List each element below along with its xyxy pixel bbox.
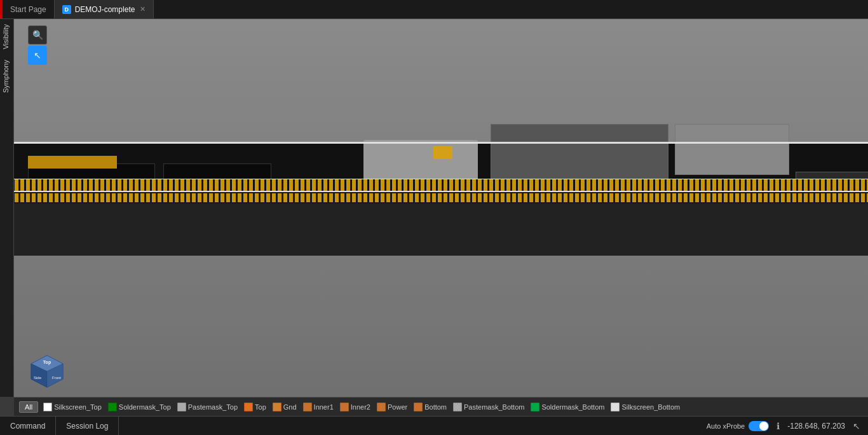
search-tool-button[interactable]: 🔍	[28, 25, 47, 45]
layer-label-pastemask_bottom: Pastemask_Bottom	[464, 403, 524, 411]
layer-chip-silkscreen_top[interactable]: Silkscreen_Top	[41, 401, 104, 413]
layer-chip-pastemask_bottom[interactable]: Pastemask_Bottom	[451, 401, 527, 413]
layer-swatch-inner2	[340, 403, 349, 411]
gold-pads-top: // Generate repeating gold pads via scri…	[14, 179, 868, 191]
command-label: Command	[10, 422, 45, 431]
layer-swatch-inner1	[303, 403, 312, 411]
svg-text:Top: Top	[43, 360, 51, 365]
session-log-label: Session Log	[66, 422, 108, 431]
pcb-scene: // Generate repeating gold pads via scri…	[14, 19, 868, 397]
layer-swatch-top	[244, 403, 253, 411]
layer-label-inner1: Inner1	[314, 403, 334, 411]
layer-swatch-power	[377, 403, 386, 411]
layer-swatch-bottom	[414, 403, 423, 411]
layer-bar: All Silkscreen_TopSoldermask_TopPastemas…	[14, 397, 868, 416]
demo-tab-icon: D	[62, 5, 71, 14]
layer-label-inner2: Inner2	[351, 403, 370, 411]
info-icon[interactable]: ℹ	[776, 421, 780, 431]
auto-probe-label: Auto xProbe	[707, 422, 745, 430]
toggle-track[interactable]	[749, 421, 769, 431]
cursor-icon: ↖	[34, 50, 41, 60]
session-log-tab[interactable]: Session Log	[56, 417, 119, 435]
main-canvas: // Generate repeating gold pads via scri…	[14, 19, 868, 397]
svg-rect-5	[14, 192, 868, 204]
layer-label-soldermask_top: Soldermask_Top	[119, 403, 171, 411]
auto-probe-toggle[interactable]: Auto xProbe	[707, 421, 770, 431]
layer-chip-inner1[interactable]: Inner1	[301, 401, 336, 413]
layer-swatch-soldermask_bottom	[531, 403, 539, 411]
component-yellow-left	[28, 156, 117, 169]
layer-label-gnd: Gnd	[283, 403, 297, 411]
left-sidebar: Visibility Symphony	[0, 19, 14, 397]
layer-swatch-silkscreen_bottom	[611, 403, 620, 411]
select-tool-button[interactable]: ↖	[28, 46, 47, 65]
svg-text:Side: Side	[34, 376, 42, 380]
svg-text:Front: Front	[52, 376, 61, 380]
layer-chip-bottom[interactable]: Bottom	[411, 401, 449, 413]
layer-label-silkscreen_bottom: Silkscreen_Bottom	[621, 403, 680, 411]
layer-label-power: Power	[388, 403, 407, 411]
status-right-area: Auto xProbe ℹ -128.648, 67.203 ↖	[707, 421, 868, 431]
demo-tab-close[interactable]: ✕	[140, 5, 146, 13]
layer-chip-soldermask_top[interactable]: Soldermask_Top	[105, 401, 173, 413]
start-page-label: Start Page	[10, 5, 46, 14]
gold-pads-lower	[14, 192, 868, 204]
tab-start-page[interactable]: Start Page	[3, 0, 55, 18]
pads-svg: // Generate repeating gold pads via scri…	[14, 179, 868, 191]
cursor-status-icon: ↖	[853, 421, 860, 431]
toolbar: 🔍 ↖	[28, 25, 47, 65]
component-dark-right2	[675, 124, 789, 175]
layer-chips: Silkscreen_TopSoldermask_TopPastemask_To…	[41, 401, 682, 413]
layer-chip-soldermask_bottom[interactable]: Soldermask_Bottom	[528, 401, 607, 413]
layer-chip-top[interactable]: Top	[241, 401, 269, 413]
svg-rect-2	[14, 179, 868, 191]
layer-swatch-pastemask_bottom	[453, 403, 462, 411]
all-layers-button[interactable]: All	[19, 401, 38, 413]
sidebar-item-visibility[interactable]: Visibility	[0, 19, 13, 55]
component-yellow-mid	[433, 146, 452, 159]
nav-cube-svg: Top Side Front	[28, 352, 66, 390]
pcb-outline-top	[14, 142, 868, 144]
layer-chip-power[interactable]: Power	[374, 401, 410, 413]
lower-pads-svg	[14, 192, 868, 204]
tab-demo[interactable]: D DEMOJ-complete ✕	[55, 0, 154, 18]
layer-chip-pastemask_top[interactable]: Pastemask_Top	[175, 401, 240, 413]
pcb-3d-view: // Generate repeating gold pads via scri…	[14, 124, 868, 264]
layer-swatch-silkscreen_top	[43, 403, 52, 411]
command-tab[interactable]: Command	[0, 417, 56, 435]
layer-label-top: Top	[255, 403, 266, 411]
nav-cube[interactable]: Top Side Front	[28, 352, 66, 390]
layer-swatch-gnd	[273, 403, 281, 411]
layer-label-bottom: Bottom	[424, 403, 447, 411]
status-bar: Command Session Log Auto xProbe ℹ -128.6…	[0, 416, 868, 435]
layer-chip-inner2[interactable]: Inner2	[337, 401, 373, 413]
search-icon: 🔍	[32, 30, 43, 40]
layer-swatch-pastemask_top	[177, 403, 186, 411]
layer-label-soldermask_bottom: Soldermask_Bottom	[541, 403, 604, 411]
component-dark-right	[491, 124, 668, 184]
layer-label-silkscreen_top: Silkscreen_Top	[54, 403, 102, 411]
layer-chip-silkscreen_bottom[interactable]: Silkscreen_Bottom	[608, 401, 682, 413]
title-bar: Start Page D DEMOJ-complete ✕	[0, 0, 868, 19]
sidebar-item-symphony[interactable]: Symphony	[0, 55, 13, 98]
layer-label-pastemask_top: Pastemask_Top	[188, 403, 238, 411]
demo-tab-label: DEMOJ-complete	[75, 5, 135, 14]
coordinates-display: -128.648, 67.203	[787, 422, 845, 431]
layer-chip-gnd[interactable]: Gnd	[270, 401, 299, 413]
toggle-thumb	[759, 422, 768, 431]
layer-swatch-soldermask_top	[108, 403, 117, 411]
